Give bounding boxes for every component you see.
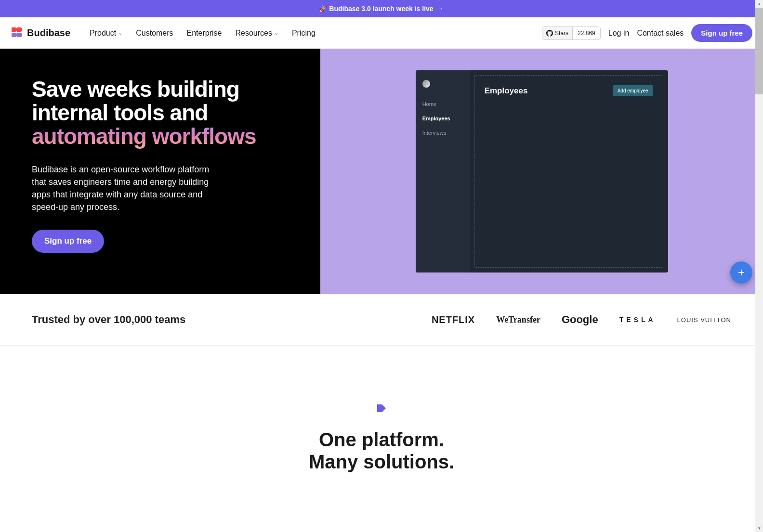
rocket-icon: 🚀: [319, 5, 327, 13]
announcement-bar[interactable]: 🚀 Budibase 3.0 launch week is live →: [0, 0, 763, 17]
nav-resources[interactable]: Resources ⌄: [235, 29, 278, 38]
nav-product[interactable]: Product ⌄: [90, 29, 122, 38]
demo-header: Employees Add employee: [485, 85, 653, 96]
github-stars-word: Stars: [555, 30, 568, 37]
demo-sidebar: Home Employees Interviews: [416, 70, 470, 272]
demo-canvas: Employees Add employee: [474, 75, 663, 268]
announcement-text: Budibase 3.0 launch week is live: [329, 5, 433, 13]
demo-nav-employees[interactable]: Employees: [422, 114, 463, 123]
add-employee-button[interactable]: Add employee: [613, 85, 653, 96]
github-stars-count: 22,869: [572, 27, 600, 39]
navbar: Budibase Product ⌄ Customers Enterprise …: [0, 17, 763, 49]
hero-content: Save weeks building internal tools and a…: [0, 49, 320, 294]
hero-subtitle: Budibase is an open-source workflow plat…: [32, 163, 215, 213]
nav-links: Product ⌄ Customers Enterprise Resources…: [90, 29, 316, 38]
nav-resources-label: Resources: [235, 29, 272, 38]
nav-customers[interactable]: Customers: [136, 29, 173, 38]
trusted-logos: NETFLIX WeTransfer Google TESLA LOUIS VU…: [432, 313, 731, 326]
arrow-right-icon: →: [437, 5, 444, 13]
demo-page-title: Employees: [485, 86, 528, 96]
hero-signup-button[interactable]: Sign up free: [32, 230, 104, 253]
tesla-logo: TESLA: [619, 316, 656, 324]
hero-title: Save weeks building internal tools and a…: [32, 78, 306, 149]
hero-title-plain: Save weeks building internal tools and: [32, 77, 239, 125]
hero-title-highlight: automating workflows: [32, 124, 256, 149]
signup-button[interactable]: Sign up free: [691, 24, 752, 42]
netflix-logo: NETFLIX: [432, 314, 475, 325]
platform-section: One platform. Many solutions.: [0, 346, 763, 502]
demo-main: Employees Add employee: [470, 70, 668, 272]
platform-line1: One platform.: [319, 429, 444, 450]
plus-icon: +: [738, 266, 745, 279]
google-logo: Google: [562, 313, 598, 326]
nav-pricing[interactable]: Pricing: [292, 29, 316, 38]
nav-product-label: Product: [90, 29, 116, 38]
github-icon: [546, 30, 553, 37]
trusted-section: Trusted by over 100,000 teams NETFLIX We…: [0, 294, 763, 346]
tag-icon: [377, 403, 386, 415]
github-stars-widget[interactable]: Stars 22,869: [542, 26, 601, 40]
chevron-down-icon: ⌄: [118, 30, 122, 36]
nav-right: Stars 22,869 Log in Contact sales Sign u…: [542, 24, 752, 42]
nav-enterprise[interactable]: Enterprise: [187, 29, 222, 38]
demo-nav-home[interactable]: Home: [422, 99, 463, 109]
platform-heading: One platform. Many solutions.: [10, 428, 753, 473]
brand-name: Budibase: [27, 27, 70, 39]
hero-visual: Home Employees Interviews Employees Add …: [320, 49, 763, 294]
louis-vuitton-logo: LOUIS VUITTON: [677, 316, 731, 324]
fab-add-button[interactable]: +: [730, 261, 752, 284]
scroll-up-icon[interactable]: ▴: [755, 0, 763, 8]
scrollbar[interactable]: ▴ ▾: [755, 0, 763, 502]
chevron-down-icon: ⌄: [274, 30, 278, 36]
hero-section: Save weeks building internal tools and a…: [0, 49, 763, 294]
wetransfer-logo: WeTransfer: [496, 315, 540, 325]
avatar-icon: [422, 80, 430, 88]
contact-sales-link[interactable]: Contact sales: [637, 29, 684, 38]
budibase-logo-icon: [11, 26, 22, 40]
demo-app-preview: Home Employees Interviews Employees Add …: [416, 70, 668, 272]
login-link[interactable]: Log in: [608, 29, 630, 38]
brand[interactable]: Budibase: [11, 26, 70, 40]
github-stars-label: Stars: [542, 27, 572, 39]
trusted-text: Trusted by over 100,000 teams: [32, 313, 185, 326]
scrollbar-thumb[interactable]: [755, 8, 763, 94]
demo-nav-interviews[interactable]: Interviews: [422, 128, 463, 138]
platform-line2: Many solutions.: [309, 451, 454, 472]
